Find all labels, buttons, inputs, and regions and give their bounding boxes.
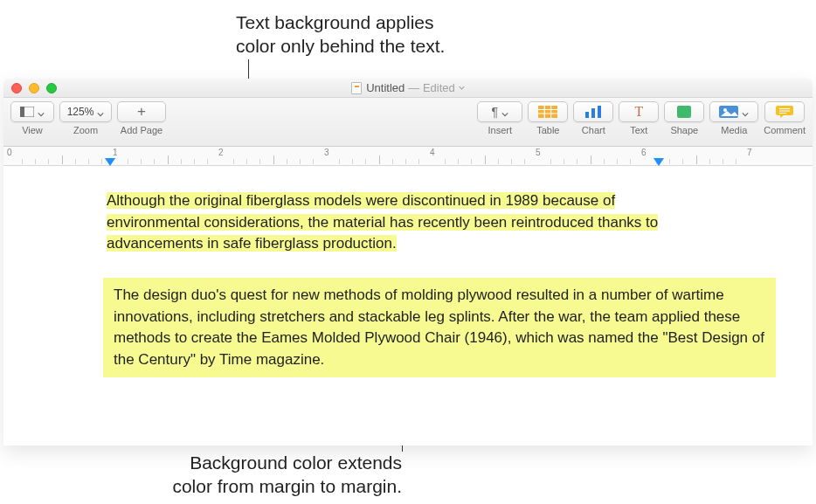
add-page-group: + Add Page (117, 101, 166, 135)
table-label: Table (536, 125, 559, 135)
para2-text: The design duo's quest for new methods o… (114, 287, 764, 368)
titlebar: Untitled — Edited (3, 79, 813, 98)
callout-top-text: Text background applies color only behin… (236, 10, 445, 59)
add-page-button[interactable]: + (117, 101, 166, 122)
media-icon (719, 106, 738, 118)
ruler-ticks: 01234567 (3, 147, 813, 165)
view-group: View (10, 101, 54, 135)
add-page-label: Add Page (121, 125, 163, 135)
zoom-group: 125% Zoom (59, 101, 112, 135)
ruler-number: 1 (113, 148, 118, 157)
view-button[interactable] (10, 101, 54, 122)
ruler-number: 0 (7, 148, 12, 157)
comment-label: Comment (764, 125, 806, 135)
ruler-number: 2 (218, 148, 224, 157)
document-icon (351, 82, 362, 94)
svg-rect-2 (538, 106, 557, 118)
text-label: Text (630, 125, 647, 135)
text-icon: T (634, 104, 643, 120)
document-state: — Edited (408, 81, 454, 94)
ruler-number: 3 (324, 148, 329, 157)
table-button[interactable] (528, 101, 568, 122)
paragraph-text-highlight[interactable]: Although the original fiberglass models … (107, 190, 666, 255)
insert-label: Insert (488, 125, 513, 135)
chevron-down-icon (459, 85, 465, 91)
chart-group: Chart (573, 101, 613, 135)
para1-text: Although the original fiberglass models … (107, 192, 658, 252)
zoom-label: Zoom (73, 125, 98, 135)
chart-icon (584, 106, 603, 118)
table-icon (538, 106, 557, 118)
comment-button[interactable] (764, 101, 805, 122)
chevron-down-icon (742, 108, 749, 115)
paragraph-block-highlight[interactable]: The design duo's quest for new methods o… (103, 278, 776, 378)
svg-rect-7 (585, 112, 589, 118)
table-group: Table (528, 101, 568, 135)
insert-button[interactable]: ¶ (477, 101, 522, 122)
plus-icon: + (137, 103, 146, 121)
svg-point-12 (723, 108, 727, 112)
comment-icon (776, 106, 793, 118)
callout-bottom-text: Background color extends color from marg… (149, 451, 402, 499)
app-window: Untitled — Edited View 125% (3, 79, 813, 445)
ruler-number: 4 (430, 148, 435, 157)
svg-rect-8 (591, 108, 595, 118)
chevron-down-icon (97, 108, 104, 115)
shape-button[interactable] (664, 101, 704, 122)
svg-rect-10 (677, 106, 691, 118)
left-indent-marker[interactable] (105, 158, 115, 166)
zoom-button[interactable]: 125% (59, 101, 112, 122)
media-label: Media (721, 125, 747, 135)
zoom-button[interactable] (46, 83, 57, 93)
chart-button[interactable] (573, 101, 613, 122)
view-label: View (22, 125, 43, 135)
media-group: Media (709, 101, 758, 135)
ruler-number: 7 (747, 148, 752, 157)
callout-top: Text background applies color only behin… (236, 10, 445, 59)
ruler-number: 6 (641, 148, 647, 157)
shape-group: Shape (664, 101, 704, 135)
svg-rect-9 (598, 106, 601, 118)
text-button[interactable]: T (619, 101, 659, 122)
chevron-down-icon (501, 108, 508, 115)
shape-label: Shape (670, 125, 698, 135)
close-button[interactable] (11, 83, 22, 93)
document-name: Untitled (366, 81, 405, 94)
sidebar-icon (20, 107, 34, 117)
ruler[interactable]: 01234567 (3, 147, 813, 166)
svg-rect-1 (20, 107, 24, 117)
document-page[interactable]: Although the original fiberglass models … (3, 166, 813, 445)
pilcrow-icon: ¶ (492, 105, 499, 119)
chevron-down-icon (38, 108, 45, 115)
shape-icon (677, 106, 691, 118)
toolbar: View 125% Zoom + Add Page ¶ (3, 98, 813, 147)
media-button[interactable] (709, 101, 758, 122)
zoom-value: 125% (67, 106, 94, 118)
comment-group: Comment (764, 101, 806, 135)
callout-bottom: Background color extends color from marg… (149, 451, 402, 499)
chart-label: Chart (582, 125, 605, 135)
ruler-number: 5 (536, 148, 541, 157)
minimize-button[interactable] (29, 83, 39, 93)
window-title[interactable]: Untitled — Edited (3, 81, 813, 94)
insert-group: ¶ Insert (477, 101, 522, 135)
traffic-lights (3, 83, 57, 93)
right-indent-marker[interactable] (653, 158, 664, 166)
text-group: T Text (619, 101, 659, 135)
